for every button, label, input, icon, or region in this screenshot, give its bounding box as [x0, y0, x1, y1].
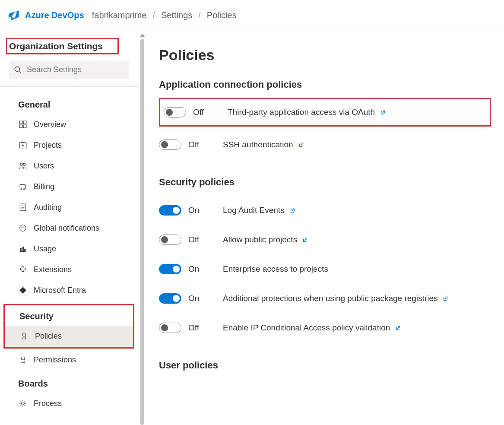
toggle-state: On: [188, 264, 223, 274]
breadcrumb-policies[interactable]: Policies: [207, 10, 237, 20]
link-icon[interactable]: [379, 108, 387, 116]
sidebar-item-label: Process: [34, 399, 62, 408]
toggle-audit[interactable]: [159, 205, 181, 216]
svg-point-24: [22, 402, 25, 405]
breadcrumb-sep: /: [198, 10, 201, 20]
azure-devops-logo-icon: [8, 10, 20, 22]
brand-link[interactable]: Azure DevOps: [25, 10, 84, 20]
divider: [0, 86, 138, 87]
svg-point-9: [23, 163, 25, 165]
highlight-oauth-policy: Off Third-party application access via O…: [159, 98, 491, 127]
sidebar-item-label: Overview: [34, 120, 66, 129]
sidebar-group-boards: Boards: [0, 370, 138, 393]
breadcrumb-org[interactable]: fabrikamprime: [92, 10, 147, 20]
link-icon[interactable]: [289, 206, 297, 214]
link-icon[interactable]: [442, 295, 450, 302]
sidebar-item-usage[interactable]: Usage: [0, 238, 138, 259]
auditing-icon: [18, 203, 28, 212]
entra-icon: [18, 285, 28, 295]
toggle-public-projects[interactable]: [159, 235, 181, 245]
policy-label: Log Audit Events: [223, 206, 285, 215]
sidebar-item-policies[interactable]: Policies: [5, 326, 133, 346]
toggle-oauth[interactable]: [164, 107, 186, 117]
toggle-package-registries[interactable]: [159, 293, 181, 304]
svg-line-1: [19, 71, 21, 73]
sidebar-item-label: Extensions: [34, 265, 72, 274]
svg-point-17: [20, 225, 26, 232]
policy-label: Enable IP Conditional Access policy vali…: [223, 323, 390, 333]
process-icon: [18, 399, 28, 408]
svg-rect-2: [19, 121, 22, 124]
billing-icon: [18, 182, 28, 191]
sidebar-item-projects[interactable]: Projects: [0, 135, 138, 155]
section-title-app-connection: Application connection policies: [159, 79, 491, 90]
policy-label: SSH authentication: [223, 140, 293, 149]
sidebar-item-label: Projects: [34, 141, 62, 150]
link-icon[interactable]: [301, 236, 309, 244]
header: Azure DevOps fabrikamprime / Settings / …: [0, 0, 504, 31]
sidebar-title: Organization Settings: [7, 39, 117, 53]
sidebar-item-label: Users: [34, 162, 54, 171]
svg-point-22: [22, 333, 26, 336]
sidebar-item-microsoft-entra[interactable]: Microsoft Entra: [0, 280, 138, 301]
search-icon: [14, 66, 22, 73]
policy-label: Additional protections when using public…: [223, 294, 437, 303]
toggle-state: On: [188, 206, 223, 215]
notifications-icon: [18, 223, 28, 233]
policies-icon: [19, 331, 29, 341]
link-icon[interactable]: [394, 324, 402, 332]
projects-icon: [18, 140, 28, 150]
svg-point-0: [15, 67, 19, 71]
sidebar-item-label: Billing: [34, 182, 54, 191]
page-title: Policies: [159, 47, 491, 63]
sidebar-item-auditing[interactable]: Auditing: [0, 197, 138, 218]
sidebar-group-general: General: [0, 91, 138, 114]
main-content: Policies Application connection policies…: [146, 31, 504, 425]
sidebar-group-security: Security: [5, 306, 133, 326]
toggle-enterprise-access[interactable]: [159, 264, 181, 274]
toggle-state: Off: [188, 235, 223, 244]
search-settings-input[interactable]: [9, 60, 129, 79]
policy-label: Allow public projects: [223, 235, 297, 244]
toggle-ip-conditional[interactable]: [159, 323, 181, 333]
search-settings-field[interactable]: [26, 65, 124, 75]
svg-rect-5: [23, 125, 26, 128]
sidebar-item-label: Usage: [34, 244, 56, 254]
usage-icon: [18, 244, 28, 254]
sidebar-item-label: Global notifications: [34, 224, 99, 233]
toggle-state: Off: [188, 323, 223, 333]
toggle-state: Off: [193, 108, 228, 117]
breadcrumb-settings[interactable]: Settings: [161, 10, 192, 20]
breadcrumb-sep: /: [152, 10, 155, 20]
svg-rect-20: [22, 247, 24, 252]
permissions-icon: [18, 355, 28, 365]
sidebar-scrollbar[interactable]: [138, 31, 146, 425]
policy-label: Third-party application access via OAuth: [228, 108, 375, 117]
users-icon: [18, 161, 28, 171]
svg-point-8: [20, 163, 22, 165]
sidebar-item-global-notifications[interactable]: Global notifications: [0, 218, 138, 238]
section-title-user: User policies: [159, 360, 491, 371]
policy-label: Enterprise access to projects: [223, 264, 328, 274]
toggle-state: Off: [188, 140, 223, 149]
toggle-state: On: [188, 294, 223, 303]
sidebar-item-label: Policies: [35, 332, 62, 341]
sidebar-item-overview[interactable]: Overview: [0, 114, 138, 135]
extensions-icon: [18, 265, 28, 274]
sidebar-item-users[interactable]: Users: [0, 155, 138, 176]
toggle-ssh[interactable]: [159, 140, 181, 150]
sidebar-item-permissions[interactable]: Permissions: [0, 349, 138, 370]
sidebar-item-label: Auditing: [34, 203, 62, 212]
sidebar-item-process[interactable]: Process: [0, 393, 138, 414]
sidebar-item-billing[interactable]: Billing: [0, 176, 138, 197]
svg-rect-3: [23, 121, 26, 124]
sidebar-item-label: Microsoft Entra: [34, 286, 86, 295]
sidebar-item-label: Permissions: [34, 355, 76, 365]
sidebar: Organization Settings General Overview P…: [0, 31, 138, 425]
svg-rect-4: [19, 125, 22, 128]
section-title-security: Security policies: [159, 177, 491, 188]
svg-rect-21: [24, 249, 25, 252]
sidebar-item-extensions[interactable]: Extensions: [0, 259, 138, 280]
overview-icon: [18, 120, 28, 129]
link-icon[interactable]: [298, 141, 305, 149]
